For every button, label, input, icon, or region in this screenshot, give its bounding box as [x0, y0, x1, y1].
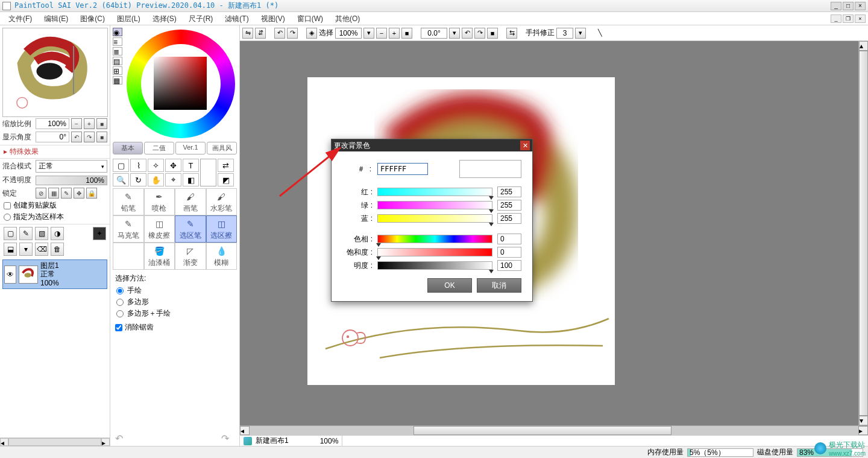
red-slider[interactable] — [377, 188, 492, 196]
zoom-in-button[interactable]: + — [84, 118, 95, 129]
opacity-slider[interactable]: 100% — [36, 176, 107, 185]
lock-pixels-button[interactable]: ▦ — [48, 188, 59, 199]
color-wheel[interactable] — [125, 28, 236, 139]
undo-icon[interactable]: ↶ — [115, 433, 128, 444]
reset-colors-icon[interactable]: ◩ — [218, 173, 234, 186]
undo-canvas-button[interactable]: ↶ — [274, 28, 285, 39]
angle-field[interactable]: 0.0° — [421, 28, 447, 39]
move-down-button[interactable]: ▾ — [19, 243, 33, 256]
green-value[interactable] — [497, 200, 521, 211]
cancel-button[interactable]: 取消 — [477, 278, 521, 293]
doc-minimize-button[interactable]: _ — [831, 14, 841, 23]
minimize-button[interactable]: _ — [831, 2, 841, 10]
sat-value[interactable] — [497, 247, 521, 258]
zoom-fit-canvas[interactable]: ■ — [401, 28, 412, 39]
zoom-out-button[interactable]: − — [71, 118, 82, 129]
ok-button[interactable]: OK — [427, 278, 472, 293]
layer-item[interactable]: 👁 图层1 正常 100% — [2, 259, 107, 289]
selection-source-checkbox[interactable]: 指定为选区样本 — [0, 211, 110, 223]
tool-color[interactable]: ◧ — [183, 173, 199, 186]
line-tool-icon[interactable]: ╲ — [594, 28, 605, 39]
zoom-menu-button[interactable]: ▾ — [363, 28, 374, 39]
new-folder-button[interactable]: ▧ — [35, 227, 48, 240]
select-method-freehand[interactable]: 手绘 — [110, 285, 239, 296]
menu-file[interactable]: 文件(F) — [2, 12, 38, 25]
angle-menu-button[interactable]: ▾ — [449, 28, 460, 39]
swap-colors-icon[interactable]: ⇄ — [218, 159, 234, 172]
stabilizer-menu-button[interactable]: ▾ — [575, 28, 586, 39]
mirror-button[interactable]: ⇆ — [506, 28, 517, 39]
left-panel-scrollbar[interactable]: ◂▸ — [0, 437, 110, 446]
tool-move[interactable]: ✥ — [165, 159, 181, 172]
redo-canvas-button[interactable]: ↷ — [287, 28, 298, 39]
horizontal-scrollbar[interactable]: ◂▸ — [240, 425, 868, 435]
color-tab-binary[interactable]: 二值 — [144, 142, 174, 154]
flip-h-button[interactable]: ⇋ — [242, 28, 253, 39]
color-mixer-toggle[interactable]: ▤ — [113, 57, 122, 65]
tool-rect-select[interactable]: ▢ — [113, 159, 129, 172]
blue-value[interactable] — [497, 213, 521, 224]
vertical-scrollbar[interactable]: ▴▾ — [858, 41, 868, 425]
redo-icon[interactable]: ↷ — [221, 433, 234, 444]
rotate-reset-canvas[interactable]: ■ — [487, 28, 498, 39]
doc-close-button[interactable]: × — [855, 14, 866, 23]
menu-edit[interactable]: 编辑(E) — [38, 12, 74, 25]
special-effects-header[interactable]: 特殊效果 — [0, 145, 110, 158]
tool-magic-wand[interactable]: ✧ — [148, 159, 164, 172]
brush-gradient[interactable]: ◸渐变 — [175, 243, 206, 270]
brush-select-eraser[interactable]: ◫选区擦 — [206, 215, 237, 243]
zoom-value[interactable]: 100% — [36, 118, 69, 129]
hex-input[interactable] — [377, 163, 428, 175]
color-tab-brushstyle[interactable]: 画具风 — [207, 142, 237, 154]
hue-slider[interactable] — [377, 235, 492, 243]
transform-button[interactable]: ✦ — [93, 227, 106, 240]
tool-zoom[interactable]: 🔍 — [113, 173, 129, 186]
lock-all-button[interactable]: ✥ — [74, 188, 84, 199]
layer-visibility-icon[interactable]: 👁 — [4, 266, 16, 284]
tool-rotate[interactable]: ↻ — [130, 173, 146, 186]
clear-layer-button[interactable]: ⌫ — [35, 243, 48, 256]
mask-button[interactable]: ◑ — [51, 227, 64, 240]
brush-empty[interactable] — [113, 243, 144, 270]
color-tab-ver1[interactable]: Ver.1 — [175, 142, 206, 154]
green-slider[interactable] — [377, 201, 492, 209]
zoom-reset-button[interactable]: ■ — [96, 118, 107, 129]
antialias-checkbox[interactable]: 消除锯齿 — [110, 322, 239, 333]
lock-extra-button[interactable]: 🔒 — [86, 188, 97, 199]
brush-watercolor[interactable]: 🖌水彩笔 — [206, 188, 237, 215]
color-scratchpad-toggle[interactable]: ▦ — [113, 76, 122, 84]
lock-move-button[interactable]: ✎ — [61, 188, 72, 199]
menu-select[interactable]: 选择(S) — [146, 12, 183, 25]
document-tab[interactable]: 新建画布1 100% — [240, 436, 342, 446]
rotate-cw-button[interactable]: ↷ — [84, 132, 95, 142]
color-hsv-toggle[interactable]: ≣ — [113, 47, 122, 56]
tool-eyedropper[interactable]: ⌖ — [165, 173, 181, 186]
select-method-polygon[interactable]: 多边形 — [110, 296, 239, 308]
zoom-in-canvas[interactable]: + — [389, 28, 400, 39]
lock-none-button[interactable]: ⊘ — [36, 188, 46, 199]
zoom-field[interactable]: 100% — [335, 28, 362, 39]
menu-view[interactable]: 视图(V) — [255, 12, 291, 25]
brush-select-pen[interactable]: ✎选区笔 — [175, 215, 206, 243]
menu-filter[interactable]: 滤镜(T) — [219, 12, 254, 25]
blend-mode-dropdown[interactable]: 正常 — [36, 160, 107, 173]
flip-v-button[interactable]: ⇵ — [255, 28, 266, 39]
rotate-cw-canvas[interactable]: ↷ — [474, 28, 485, 39]
tool-hand[interactable]: ✋ — [148, 173, 164, 186]
color-tab-basic[interactable]: 基本 — [113, 142, 143, 154]
doc-restore-button[interactable]: ❐ — [843, 14, 854, 23]
rotate-ccw-canvas[interactable]: ↶ — [462, 28, 473, 39]
menu-ruler[interactable]: 尺子(R) — [183, 12, 219, 25]
brush-bucket[interactable]: 🪣油漆桶 — [144, 243, 175, 270]
close-button[interactable]: × — [855, 2, 866, 10]
brush-blur[interactable]: 💧模糊 — [206, 243, 237, 270]
tool-lasso[interactable]: ⌇ — [130, 159, 146, 172]
val-slider[interactable] — [377, 261, 492, 270]
rotate-reset-button[interactable]: ■ — [96, 132, 107, 142]
brush-airbrush[interactable]: ✒喷枪 — [144, 188, 175, 215]
red-value[interactable] — [497, 186, 521, 197]
new-linework-button[interactable]: ✎ — [19, 227, 33, 240]
fg-color-swatch[interactable] — [200, 159, 216, 186]
hue-value[interactable] — [497, 234, 521, 244]
val-value[interactable] — [497, 260, 521, 271]
